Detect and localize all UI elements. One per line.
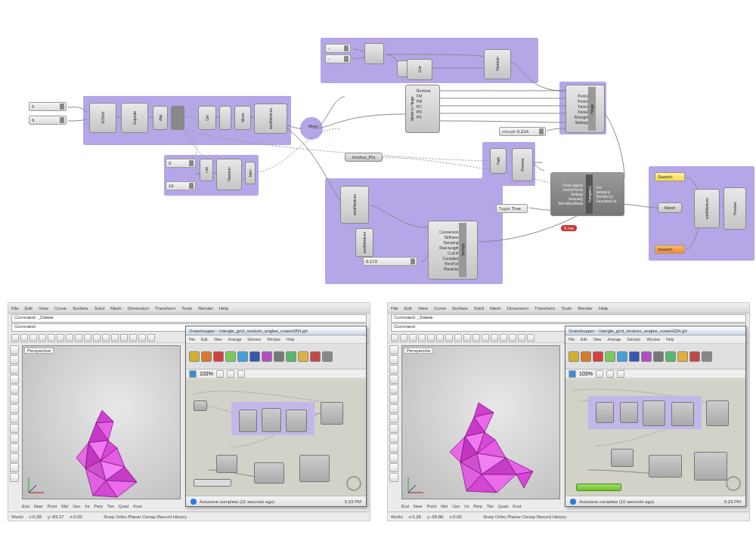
- shelf-icon[interactable]: [322, 351, 333, 362]
- menu-item[interactable]: Tools: [181, 306, 192, 311]
- zoom-readout[interactable]: 103%: [579, 371, 593, 376]
- param-mesh[interactable]: Mesh: [658, 202, 682, 213]
- boolean-toggle[interactable]: ToggleTrue: [496, 204, 528, 213]
- tool-button[interactable]: [129, 334, 137, 341]
- tool-button[interactable]: [29, 334, 37, 341]
- tool-button[interactable]: [147, 334, 155, 341]
- tool-button[interactable]: [227, 370, 234, 378]
- mini-component[interactable]: [262, 408, 281, 432]
- menu-item[interactable]: Solid: [94, 306, 104, 311]
- tool-button[interactable]: [75, 334, 82, 341]
- slider-c[interactable]: 0: [166, 159, 196, 168]
- selected-slider[interactable]: [576, 484, 621, 491]
- menu-item[interactable]: Solid: [474, 306, 484, 311]
- mini-component[interactable]: [286, 409, 307, 432]
- comp-move[interactable]: Move: [234, 106, 251, 130]
- tool-button[interactable]: [491, 334, 498, 341]
- tool-button[interactable]: [389, 394, 398, 403]
- tool-button[interactable]: [10, 404, 19, 413]
- gh-titlebar[interactable]: Grasshopper - triangle_grid_random_angle…: [565, 326, 745, 335]
- shelf-icon[interactable]: [677, 351, 688, 362]
- swatch-b[interactable]: Swatch: [655, 245, 685, 254]
- osnap-bar[interactable]: EndNearPointMidCenIntPerpTanQuadKnot: [401, 502, 522, 510]
- menu-item[interactable]: View: [214, 337, 222, 341]
- gh-menubar[interactable]: FileEditViewArrangeSolutionWindowHelp: [186, 335, 366, 344]
- osnap-item[interactable]: Point: [427, 504, 437, 508]
- comp-random2[interactable]: Random: [484, 49, 511, 79]
- tool-button[interactable]: [11, 334, 19, 341]
- comp-kangaroo[interactable]: Force objects AnchorPoints Settings Geom…: [550, 172, 624, 216]
- comp-srfgrid[interactable]: SrfGrid: [89, 103, 116, 133]
- tool-button[interactable]: [10, 443, 19, 453]
- comp-preview2[interactable]: Preview: [723, 187, 746, 230]
- menu-item[interactable]: Help: [666, 337, 674, 341]
- tool-button[interactable]: [389, 443, 398, 453]
- grasshopper-window-b[interactable]: Grasshopper - triangle_grid_random_angle…: [565, 326, 746, 507]
- mini-component[interactable]: [254, 462, 284, 484]
- shelf-icon[interactable]: [605, 351, 615, 362]
- tool-button[interactable]: [10, 414, 19, 423]
- tool-button[interactable]: [445, 334, 453, 341]
- comp-springs[interactable]: Connection Stiffness Damping Rest length…: [428, 221, 478, 280]
- slider-e2[interactable]: -: [325, 54, 351, 63]
- shelf-icon[interactable]: [274, 351, 284, 362]
- osnap-item[interactable]: Quad: [119, 504, 129, 508]
- side-toolbar[interactable]: [10, 345, 20, 499]
- timer-badge[interactable]: 5 ms: [561, 225, 577, 231]
- menu-item[interactable]: Help: [287, 337, 294, 341]
- tool-button[interactable]: [57, 334, 64, 341]
- menu-item[interactable]: Help: [219, 306, 228, 311]
- tool-button[interactable]: [237, 370, 245, 378]
- comp-weldvertices[interactable]: weldVertices: [254, 104, 287, 134]
- comp-explode[interactable]: Explode: [121, 103, 148, 133]
- tool-button[interactable]: [389, 424, 398, 433]
- mini-component[interactable]: [596, 402, 614, 423]
- tool-button[interactable]: [427, 334, 435, 341]
- menu-item[interactable]: Surface: [73, 306, 88, 311]
- menu-item[interactable]: Curve: [434, 306, 446, 311]
- tool-button[interactable]: [389, 453, 398, 462]
- tool-button[interactable]: [138, 334, 146, 341]
- tool-button[interactable]: [48, 334, 55, 341]
- tool-button[interactable]: [389, 355, 398, 364]
- status-snap[interactable]: Snap Ortho Planar Osnap Record History: [483, 515, 566, 519]
- osnap-item[interactable]: Perp: [473, 504, 482, 508]
- viewport-label[interactable]: Perspective: [24, 348, 54, 354]
- tool-button[interactable]: [500, 334, 507, 341]
- tool-button[interactable]: [596, 370, 603, 378]
- gh-titlebar[interactable]: Grasshopper - triangle_grid_random_angle…: [186, 326, 366, 335]
- tool-button[interactable]: [10, 463, 19, 472]
- menu-item[interactable]: Arrange: [228, 337, 241, 341]
- mini-slider[interactable]: [194, 479, 231, 487]
- osnap-item[interactable]: Cen: [452, 504, 460, 508]
- rhino-viewport[interactable]: Perspective: [22, 345, 181, 499]
- mini-component[interactable]: [671, 402, 694, 426]
- shelf-icon[interactable]: [641, 351, 652, 362]
- tool-button[interactable]: [482, 334, 489, 341]
- menu-item[interactable]: Tools: [561, 306, 572, 311]
- menu-item[interactable]: Render: [198, 306, 213, 311]
- osnap-item[interactable]: Mid: [61, 504, 68, 508]
- shelf-icon[interactable]: [629, 351, 640, 362]
- comp-param-dark[interactable]: [171, 106, 184, 130]
- menu-item[interactable]: Transform: [155, 306, 175, 311]
- mini-component[interactable]: [649, 455, 682, 477]
- slider-b[interactable]: 6: [29, 116, 67, 125]
- shelf-icon[interactable]: [665, 351, 676, 362]
- viewport-label[interactable]: Perspective: [404, 348, 433, 354]
- tool-button[interactable]: [39, 334, 46, 341]
- menu-item[interactable]: Solution: [247, 337, 261, 341]
- comp-extr-icon[interactable]: [364, 43, 384, 64]
- shelf-icon[interactable]: [569, 351, 579, 362]
- osnap-item[interactable]: Tan: [107, 504, 114, 508]
- slider-d[interactable]: 19: [166, 181, 196, 190]
- menu-item[interactable]: Render: [578, 306, 593, 311]
- shelf-icon[interactable]: [593, 351, 603, 362]
- comp-path[interactable]: Path: [490, 148, 507, 174]
- tool-button[interactable]: [20, 334, 28, 341]
- tool-button[interactable]: [418, 334, 426, 341]
- mini-component[interactable]: [239, 409, 257, 432]
- mini-component[interactable]: [620, 402, 638, 423]
- tool-button[interactable]: [120, 334, 128, 341]
- swatch-a[interactable]: Swatch: [655, 172, 685, 181]
